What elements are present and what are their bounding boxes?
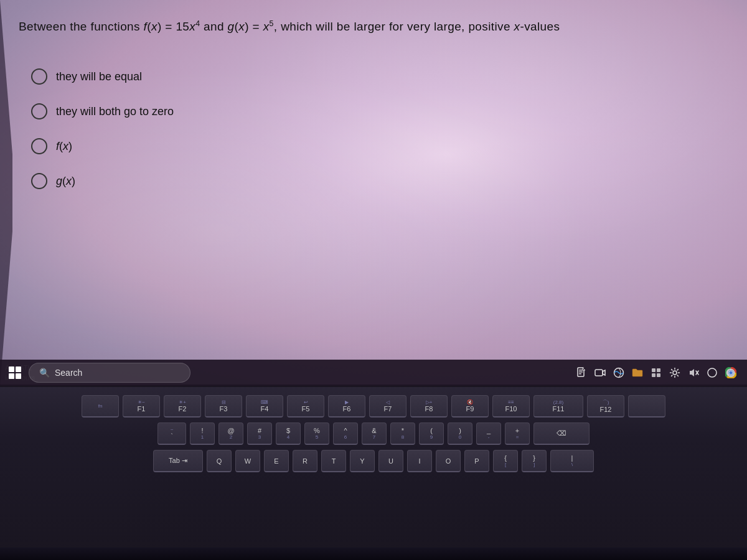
- svg-point-11: [673, 371, 677, 375]
- key-q[interactable]: Q: [207, 450, 232, 472]
- keyboard-area: fn ☀− F1 ☀+ F2 ⊟ F3 ⌨ F4 ↩ F5 ▶ F6 ◁ F7: [0, 386, 747, 560]
- key-f7[interactable]: ◁ F7: [369, 395, 406, 418]
- option-label-3: f(x): [56, 140, 72, 153]
- left-arrow-decoration: [0, 0, 12, 386]
- option-circle-4[interactable]: [31, 173, 47, 189]
- svg-rect-3: [579, 373, 581, 375]
- option-label-4: g(x): [56, 175, 75, 188]
- svg-rect-5: [595, 370, 603, 376]
- screen-content: Between the functions f(x) = 15x4 and g(…: [0, 0, 747, 386]
- key-p[interactable]: P: [464, 450, 489, 472]
- key-f4[interactable]: ⌨ F4: [246, 395, 283, 418]
- key-1[interactable]: !1: [190, 422, 215, 445]
- key-f1[interactable]: ☀− F1: [123, 395, 160, 418]
- svg-rect-2: [579, 371, 583, 373]
- key-7[interactable]: &7: [362, 422, 387, 445]
- svg-rect-9: [652, 373, 655, 377]
- key-backslash[interactable]: |\: [550, 450, 594, 472]
- svg-rect-10: [657, 373, 660, 377]
- key-o[interactable]: O: [436, 450, 461, 472]
- key-5[interactable]: %5: [304, 422, 329, 445]
- svg-rect-8: [657, 368, 660, 372]
- qwerty-row: Tab ⇥ Q W E R T Y U I O P {[ }] |\: [153, 450, 594, 472]
- windows-icon: [9, 366, 21, 379]
- key-e[interactable]: E: [264, 450, 289, 472]
- question-area: Between the functions f(x) = 15x4 and g(…: [19, 19, 728, 35]
- key-f12[interactable]: ⌒) F12: [587, 395, 624, 418]
- option-row-1[interactable]: they will be equal: [31, 68, 174, 85]
- key-y[interactable]: Y: [350, 450, 375, 472]
- file-icon[interactable]: [575, 366, 588, 379]
- search-icon: 🔍: [39, 368, 50, 378]
- folder-icon[interactable]: [631, 366, 644, 379]
- key-9[interactable]: (9: [419, 422, 444, 445]
- taskbar: 🔍 Search: [0, 360, 747, 386]
- key-tab[interactable]: Tab ⇥: [153, 450, 203, 472]
- laptop-bezel-bottom: [0, 548, 747, 560]
- start-button[interactable]: [5, 363, 25, 383]
- key-f3[interactable]: ⊟ F3: [205, 395, 242, 418]
- fn-key-row: fn ☀− F1 ☀+ F2 ⊟ F3 ⌨ F4 ↩ F5 ▶ F6 ◁ F7: [82, 395, 665, 418]
- key-6[interactable]: ^6: [333, 422, 358, 445]
- svg-rect-7: [652, 368, 655, 372]
- key-f6[interactable]: ▶ F6: [328, 395, 365, 418]
- key-bracket-r[interactable]: }]: [522, 450, 547, 472]
- key-f11[interactable]: (2.8) F11: [533, 395, 583, 418]
- options-area: they will be equal they will both go to …: [31, 68, 174, 189]
- key-u[interactable]: U: [378, 450, 403, 472]
- key-tilde[interactable]: ~ `: [157, 422, 186, 445]
- key-f5[interactable]: ↩ F5: [287, 395, 324, 418]
- question-text: Between the functions f(x) = 15x4 and g(…: [19, 19, 728, 35]
- key-r[interactable]: R: [293, 450, 317, 472]
- key-f13[interactable]: [628, 395, 665, 418]
- search-label: Search: [55, 368, 82, 378]
- camera-icon[interactable]: [594, 366, 606, 379]
- key-t[interactable]: T: [321, 450, 346, 472]
- option-label-2: they will both go to zero: [56, 105, 174, 118]
- key-f10[interactable]: ≡≡ F10: [492, 395, 530, 418]
- key-0[interactable]: )0: [448, 422, 472, 445]
- option-row-3[interactable]: f(x): [31, 138, 174, 154]
- option-circle-3[interactable]: [31, 138, 47, 154]
- key-4[interactable]: $4: [276, 422, 301, 445]
- key-fn[interactable]: fn: [82, 395, 119, 418]
- mute-icon[interactable]: [687, 366, 700, 379]
- svg-point-18: [730, 371, 733, 375]
- key-bracket-l[interactable]: {[: [493, 450, 518, 472]
- key-3[interactable]: #3: [247, 422, 272, 445]
- option-label-1: they will be equal: [56, 70, 142, 83]
- svg-rect-1: [579, 370, 583, 371]
- main-key-row: ~ ` !1 @2 #3 $4 %5 ^6 &7 *8 (9 )0 _- += …: [157, 422, 590, 445]
- browser-icon[interactable]: [613, 366, 625, 379]
- option-circle-2[interactable]: [31, 103, 47, 119]
- option-row-2[interactable]: they will both go to zero: [31, 103, 174, 119]
- chrome-icon[interactable]: [725, 366, 737, 379]
- apps-grid-icon[interactable]: [650, 366, 662, 379]
- key-w[interactable]: W: [235, 450, 260, 472]
- settings-icon[interactable]: [669, 366, 681, 379]
- option-row-4[interactable]: g(x): [31, 173, 174, 189]
- key-backspace[interactable]: ⌫: [533, 422, 590, 445]
- search-bar[interactable]: 🔍 Search: [29, 363, 190, 383]
- key-i[interactable]: I: [407, 450, 432, 472]
- key-minus[interactable]: _-: [476, 422, 501, 445]
- key-8[interactable]: *8: [390, 422, 415, 445]
- taskbar-icons: [575, 366, 742, 379]
- key-2[interactable]: @2: [218, 422, 243, 445]
- key-f8[interactable]: ▷+ F8: [410, 395, 448, 418]
- key-f2[interactable]: ☀+ F2: [164, 395, 201, 418]
- circle-icon[interactable]: [706, 366, 718, 379]
- key-equals[interactable]: +=: [505, 422, 530, 445]
- key-f9[interactable]: 🔇 F9: [451, 395, 489, 418]
- option-circle-1[interactable]: [31, 68, 47, 85]
- svg-point-14: [708, 368, 716, 377]
